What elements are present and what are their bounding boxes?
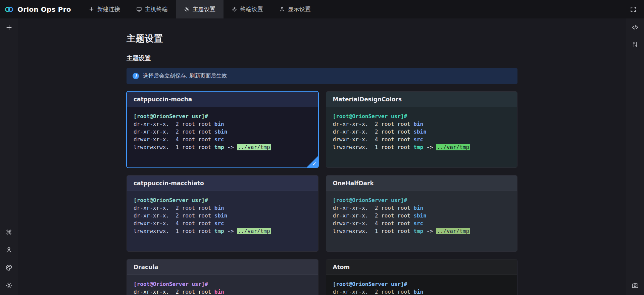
dir-name: bin (413, 121, 423, 127)
dir-name: bin (413, 205, 423, 211)
gear-icon (184, 6, 190, 12)
terminal-preview: [root@OrionServer usr]# dr-xr-xr-x. 2 ro… (127, 107, 318, 156)
topbar-right (630, 0, 644, 18)
gear-icon (232, 6, 237, 12)
terminal-line: lrwxrwxrwx. 1 root root tmp -> ../var/tm… (333, 227, 511, 235)
nav-item-host-terminal[interactable]: 主机终端 (128, 0, 176, 18)
theme-card[interactable]: OneHalfDark [root@OrionServer usr]# dr-x… (326, 175, 518, 252)
command-icon[interactable] (5, 229, 12, 236)
code-icon[interactable] (632, 24, 639, 31)
link-name: tmp (214, 144, 224, 150)
dir-name: sbin (214, 212, 228, 219)
alert-text: 选择后会立刻保存, 刷新页面后生效 (143, 72, 227, 80)
terminal-text: dr-xr-xr-x. 2 root root (134, 129, 214, 135)
brand: Orion Ops Pro (0, 0, 81, 18)
gear-icon[interactable] (5, 282, 12, 289)
plus-icon (89, 6, 94, 12)
terminal-text: -> (224, 144, 237, 150)
terminal-line: dr-xr-xr-x. 2 root root bin (134, 288, 311, 295)
theme-card[interactable]: catppuccin-mocha [root@OrionServer usr]#… (127, 91, 318, 168)
theme-card[interactable]: catppuccin-macchiato [root@OrionServer u… (127, 175, 318, 252)
camera-icon[interactable] (632, 282, 639, 289)
nav-item-new-connection[interactable]: 新建连接 (81, 0, 128, 18)
terminal-line: dr-xr-xr-x. 2 root root bin (134, 204, 311, 212)
dir-name: src (214, 220, 224, 227)
terminal-text: -> (423, 228, 436, 234)
theme-card[interactable]: Atom [root@OrionServer usr]# dr-xr-xr-x.… (326, 259, 518, 295)
terminal-text: dr-xr-xr-x. 2 root root (333, 205, 414, 211)
main-content: 主题设置 主题设置 i 选择后会立刻保存, 刷新页面后生效 catppuccin… (18, 18, 626, 295)
theme-card-title: OneHalfDark (333, 180, 374, 187)
theme-card-header: Dracula (127, 259, 318, 275)
page-title: 主题设置 (127, 33, 517, 45)
terminal-line: dr-xr-xr-x. 2 root root bin (333, 288, 511, 295)
terminal-line: lrwxrwxrwx. 1 root root tmp -> ../var/tm… (333, 143, 511, 151)
app-logo-icon (4, 4, 14, 14)
terminal-preview: [root@OrionServer usr]# dr-xr-xr-x. 2 ro… (127, 275, 318, 295)
terminal-prompt: [root@OrionServer usr]# (333, 112, 511, 120)
terminal-line: dr-xr-xr-x. 2 root root bin (134, 120, 311, 128)
terminal-text: dr-xr-xr-x. 2 root root (333, 129, 414, 135)
terminal-line: dr-xr-xr-x. 2 root root bin (333, 204, 511, 212)
terminal-text: dr-xr-xr-x. 2 root root (333, 121, 414, 127)
terminal-text: lrwxrwxrwx. 1 root root (134, 228, 214, 234)
dir-name: bin (413, 289, 423, 295)
theme-card-header: catppuccin-macchiato (127, 176, 318, 191)
user-icon (279, 6, 285, 12)
link-target: ../var/tmp (436, 228, 470, 234)
terminal-text: dr-xr-xr-x. 2 root root (134, 121, 214, 127)
nav-item-display-settings[interactable]: 显示设置 (271, 0, 319, 18)
add-button[interactable] (5, 24, 13, 31)
nav-item-label: 新建连接 (97, 5, 120, 13)
dir-name: src (214, 136, 224, 143)
fullscreen-button[interactable] (630, 6, 637, 13)
terminal-text: dr-xr-xr-x. 2 root root (134, 212, 214, 219)
terminal-line: dr-xr-xr-x. 2 root root bin (333, 120, 511, 128)
monitor-icon (136, 6, 142, 12)
nav-item-label: 主题设置 (193, 5, 215, 13)
terminal-line: dr-xr-xr-x. 2 root root sbin (134, 128, 311, 136)
top-navbar: Orion Ops Pro 新建连接 主机终端 主题设置 终端设置 (0, 0, 644, 18)
terminal-preview: [root@OrionServer usr]# dr-xr-xr-x. 2 ro… (326, 275, 517, 295)
dir-name: bin (214, 205, 224, 211)
sort-icon[interactable] (632, 41, 639, 48)
top-nav: 新建连接 主机终端 主题设置 终端设置 显示设置 (81, 0, 319, 18)
right-sidebar-top (632, 18, 639, 48)
terminal-text: -> (224, 228, 237, 234)
terminal-text: dr-xr-xr-x. 2 root root (333, 289, 414, 295)
link-target: ../var/tmp (436, 144, 470, 150)
palette-icon[interactable] (5, 264, 12, 271)
terminal-text: lrwxrwxrwx. 1 root root (134, 144, 214, 150)
nav-item-theme-settings[interactable]: 主题设置 (176, 0, 224, 18)
right-sidebar-bottom (632, 282, 639, 295)
theme-card[interactable]: Dracula [root@OrionServer usr]# dr-xr-xr… (127, 259, 318, 295)
terminal-line: dr-xr-xr-x. 2 root root sbin (333, 212, 511, 219)
dir-name: src (413, 220, 423, 227)
app-title: Orion Ops Pro (17, 5, 71, 13)
terminal-line: dr-xr-xr-x. 2 root root sbin (333, 128, 511, 136)
terminal-preview: [root@OrionServer usr]# dr-xr-xr-x. 2 ro… (127, 191, 318, 240)
link-name: tmp (413, 228, 423, 234)
terminal-text: drwxr-xr-x. 4 root root (333, 136, 414, 143)
nav-item-terminal-settings[interactable]: 终端设置 (224, 0, 271, 18)
info-icon: i (133, 73, 139, 79)
dir-name: bin (214, 289, 224, 295)
terminal-text: drwxr-xr-x. 4 root root (134, 136, 214, 143)
theme-card-title: catppuccin-macchiato (134, 180, 204, 187)
terminal-line: lrwxrwxrwx. 1 root root tmp -> ../var/tm… (134, 227, 311, 235)
theme-card[interactable]: MaterialDesignColors [root@OrionServer u… (326, 91, 518, 168)
terminal-text: dr-xr-xr-x. 2 root root (333, 212, 414, 219)
terminal-text: drwxr-xr-x. 4 root root (333, 220, 414, 227)
user-icon[interactable] (5, 246, 12, 253)
content-column: 主题设置 主题设置 i 选择后会立刻保存, 刷新页面后生效 catppuccin… (127, 18, 517, 295)
terminal-line: dr-xr-xr-x. 2 root root sbin (134, 212, 311, 219)
terminal-prompt: [root@OrionServer usr]# (134, 196, 311, 204)
left-sidebar-top (5, 18, 13, 31)
terminal-prompt: [root@OrionServer usr]# (134, 280, 311, 288)
dir-name: bin (214, 121, 224, 127)
left-sidebar-bottom (5, 229, 12, 295)
dir-name: src (413, 136, 423, 143)
info-alert: i 选择后会立刻保存, 刷新页面后生效 (127, 68, 517, 84)
theme-card-title: Atom (333, 264, 350, 271)
link-target: ../var/tmp (237, 228, 270, 234)
